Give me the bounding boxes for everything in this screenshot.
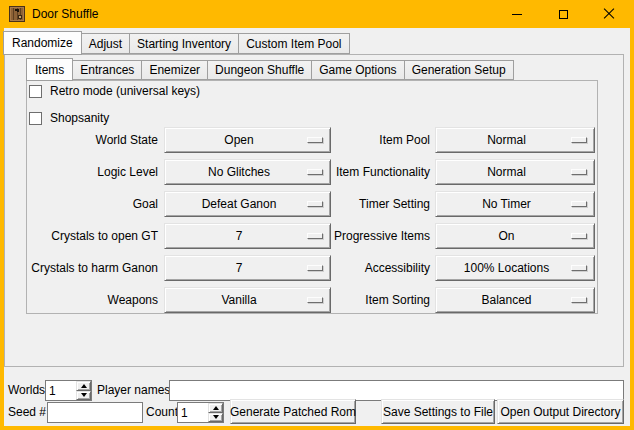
dropdown-indicator-icon bbox=[571, 265, 587, 271]
world-state-label: World State bbox=[20, 127, 158, 153]
goal-value: Defeat Ganon bbox=[165, 197, 307, 211]
dropdown-indicator-icon bbox=[307, 137, 323, 143]
dropdown-indicator-icon bbox=[571, 201, 587, 207]
tab-adjust[interactable]: Adjust bbox=[81, 33, 130, 54]
spin-down-button[interactable] bbox=[208, 413, 223, 423]
dropdown-indicator-icon bbox=[571, 233, 587, 239]
tab-dungeon-shuffle[interactable]: Dungeon Shuffle bbox=[207, 60, 312, 80]
world-state-value: Open bbox=[165, 133, 307, 147]
item-sorting-value: Balanced bbox=[436, 293, 571, 307]
crystals-gt-dropdown[interactable]: 7 bbox=[164, 223, 331, 249]
shopsanity-label: Shopsanity bbox=[50, 111, 109, 125]
maximize-icon bbox=[559, 10, 568, 19]
crystals-ganon-value: 7 bbox=[165, 261, 307, 275]
maximize-button[interactable] bbox=[540, 0, 586, 28]
accessibility-dropdown[interactable]: 100% Locations bbox=[435, 255, 595, 281]
item-functionality-value: Normal bbox=[436, 165, 571, 179]
save-settings-button[interactable]: Save Settings to File bbox=[381, 399, 495, 424]
progressive-items-dropdown[interactable]: On bbox=[435, 223, 595, 249]
worlds-input[interactable] bbox=[46, 381, 76, 400]
dropdown-indicator-icon bbox=[307, 201, 323, 207]
seed-label: Seed # bbox=[8, 402, 46, 423]
retro-mode-row: Retro mode (universal keys) bbox=[29, 84, 200, 98]
dropdown-indicator-icon bbox=[307, 169, 323, 175]
count-spinner[interactable] bbox=[177, 402, 224, 423]
item-sorting-label: Item Sorting bbox=[325, 287, 430, 313]
app-window: Door Shuffle Randomize Adjust Starting I… bbox=[0, 0, 634, 430]
dropdown-indicator-icon bbox=[571, 169, 587, 175]
worlds-label: Worlds bbox=[8, 380, 45, 401]
minimize-button[interactable] bbox=[494, 0, 540, 28]
item-pool-value: Normal bbox=[436, 133, 571, 147]
goal-label: Goal bbox=[20, 191, 158, 217]
player-names-input[interactable] bbox=[169, 380, 624, 401]
tab-entrances[interactable]: Entrances bbox=[72, 60, 142, 80]
seed-input[interactable] bbox=[47, 402, 143, 423]
count-spin-buttons bbox=[208, 403, 223, 422]
sub-tabbar: Items Entrances Enemizer Dungeon Shuffle… bbox=[26, 57, 514, 80]
goal-dropdown[interactable]: Defeat Ganon bbox=[164, 191, 331, 217]
weapons-label: Weapons bbox=[20, 287, 158, 313]
world-state-dropdown[interactable]: Open bbox=[164, 127, 331, 153]
spinner-down-icon bbox=[81, 393, 87, 397]
crystals-ganon-label: Crystals to harm Ganon bbox=[20, 255, 158, 281]
retro-mode-checkbox[interactable] bbox=[29, 85, 42, 98]
dropdown-indicator-icon bbox=[571, 137, 587, 143]
progressive-items-value: On bbox=[436, 229, 571, 243]
weapons-value: Vanilla bbox=[165, 293, 307, 307]
tab-randomize[interactable]: Randomize bbox=[3, 31, 82, 55]
tab-custom-item-pool[interactable]: Custom Item Pool bbox=[238, 33, 349, 54]
item-pool-dropdown[interactable]: Normal bbox=[435, 127, 595, 153]
logic-level-dropdown[interactable]: No Glitches bbox=[164, 159, 331, 185]
crystals-ganon-dropdown[interactable]: 7 bbox=[164, 255, 331, 281]
item-sorting-dropdown[interactable]: Balanced bbox=[435, 287, 595, 313]
spinner-up-icon bbox=[213, 406, 219, 410]
dropdown-indicator-icon bbox=[307, 233, 323, 239]
logic-level-label: Logic Level bbox=[20, 159, 158, 185]
spinner-up-icon bbox=[81, 384, 87, 388]
logic-level-value: No Glitches bbox=[165, 165, 307, 179]
tab-starting-inventory[interactable]: Starting Inventory bbox=[129, 33, 239, 54]
count-label: Count bbox=[146, 402, 178, 423]
tab-items[interactable]: Items bbox=[26, 58, 73, 81]
close-button[interactable] bbox=[586, 0, 632, 28]
window-title: Door Shuffle bbox=[32, 7, 99, 21]
item-functionality-dropdown[interactable]: Normal bbox=[435, 159, 595, 185]
spin-up-button[interactable] bbox=[208, 403, 223, 413]
crystals-gt-label: Crystals to open GT bbox=[20, 223, 158, 249]
door-icon bbox=[9, 6, 25, 22]
item-pool-label: Item Pool bbox=[325, 127, 430, 153]
titlebar[interactable]: Door Shuffle bbox=[0, 0, 634, 28]
accessibility-value: 100% Locations bbox=[436, 261, 571, 275]
worlds-spin-buttons bbox=[76, 381, 91, 400]
player-names-label: Player names bbox=[97, 380, 170, 401]
timer-setting-value: No Timer bbox=[436, 197, 571, 211]
spin-down-button[interactable] bbox=[76, 391, 91, 401]
timer-setting-dropdown[interactable]: No Timer bbox=[435, 191, 595, 217]
worlds-spinner[interactable] bbox=[45, 380, 92, 401]
open-output-directory-button[interactable]: Open Output Directory bbox=[497, 399, 624, 424]
item-functionality-label: Item Functionality bbox=[325, 159, 430, 185]
timer-setting-label: Timer Setting bbox=[325, 191, 430, 217]
crystals-gt-value: 7 bbox=[165, 229, 307, 243]
shopsanity-checkbox[interactable] bbox=[29, 112, 42, 125]
retro-mode-label: Retro mode (universal keys) bbox=[50, 84, 200, 98]
tab-enemizer[interactable]: Enemizer bbox=[141, 60, 208, 80]
minimize-icon bbox=[512, 14, 522, 15]
accessibility-label: Accessibility bbox=[325, 255, 430, 281]
count-input[interactable] bbox=[178, 403, 208, 422]
tab-game-options[interactable]: Game Options bbox=[311, 60, 404, 80]
generate-patched-rom-button[interactable]: Generate Patched Rom bbox=[230, 399, 356, 424]
spinner-down-icon bbox=[213, 415, 219, 419]
shopsanity-row: Shopsanity bbox=[29, 111, 109, 125]
dropdown-indicator-icon bbox=[571, 297, 587, 303]
window-controls bbox=[494, 0, 632, 28]
tab-generation-setup[interactable]: Generation Setup bbox=[404, 60, 514, 80]
main-tabbar: Randomize Adjust Starting Inventory Cust… bbox=[3, 30, 350, 54]
weapons-dropdown[interactable]: Vanilla bbox=[164, 287, 331, 313]
close-icon bbox=[603, 8, 615, 20]
dropdown-indicator-icon bbox=[307, 265, 323, 271]
spin-up-button[interactable] bbox=[76, 381, 91, 391]
dropdown-indicator-icon bbox=[307, 297, 323, 303]
progressive-items-label: Progressive Items bbox=[325, 223, 430, 249]
